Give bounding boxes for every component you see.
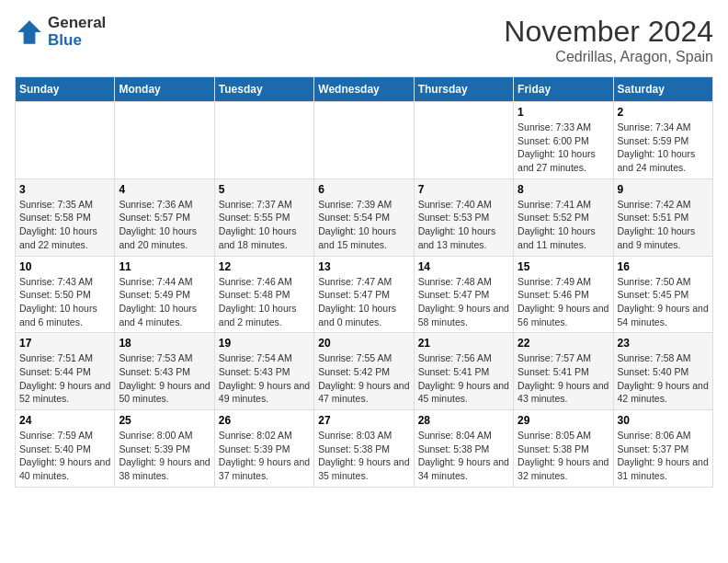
header-monday: Monday	[115, 77, 214, 102]
day-number: 21	[418, 337, 509, 350]
day-cell: 26Sunrise: 8:02 AMSunset: 5:39 PMDayligh…	[214, 410, 313, 488]
day-info: Sunrise: 8:06 AMSunset: 5:37 PMDaylight:…	[618, 429, 709, 483]
day-info: Sunrise: 7:53 AMSunset: 5:43 PMDaylight:…	[119, 351, 210, 406]
logo: General Blue	[15, 15, 106, 49]
day-info: Sunrise: 7:44 AMSunset: 5:49 PMDaylight:…	[119, 275, 210, 329]
logo-blue: Blue	[48, 32, 106, 50]
day-cell	[115, 102, 214, 179]
day-info: Sunrise: 8:05 AMSunset: 5:38 PMDaylight:…	[518, 429, 609, 483]
day-cell: 29Sunrise: 8:05 AMSunset: 5:38 PMDayligh…	[514, 410, 613, 488]
header-row: SundayMondayTuesdayWednesdayThursdayFrid…	[16, 77, 713, 102]
day-number: 9	[618, 183, 709, 196]
day-info: Sunrise: 7:35 AMSunset: 5:58 PMDaylight:…	[19, 198, 110, 252]
title-area: November 2024 Cedrillas, Aragon, Spain	[504, 15, 713, 65]
day-cell: 16Sunrise: 7:50 AMSunset: 5:45 PMDayligh…	[613, 256, 712, 333]
day-info: Sunrise: 7:37 AMSunset: 5:55 PMDaylight:…	[219, 198, 310, 252]
page-header: General Blue November 2024 Cedrillas, Ar…	[15, 15, 713, 65]
day-info: Sunrise: 7:50 AMSunset: 5:45 PMDaylight:…	[618, 275, 709, 329]
day-number: 5	[219, 183, 310, 196]
day-info: Sunrise: 8:03 AMSunset: 5:38 PMDaylight:…	[318, 429, 409, 483]
header-thursday: Thursday	[414, 77, 513, 102]
day-cell: 10Sunrise: 7:43 AMSunset: 5:50 PMDayligh…	[16, 256, 115, 333]
day-cell: 11Sunrise: 7:44 AMSunset: 5:49 PMDayligh…	[115, 256, 214, 333]
day-info: Sunrise: 7:36 AMSunset: 5:57 PMDaylight:…	[119, 198, 210, 252]
svg-marker-0	[17, 20, 41, 44]
week-row-3: 17Sunrise: 7:51 AMSunset: 5:44 PMDayligh…	[16, 333, 713, 410]
day-number: 7	[418, 183, 509, 196]
day-info: Sunrise: 8:04 AMSunset: 5:38 PMDaylight:…	[418, 429, 509, 483]
day-number: 26	[219, 414, 310, 427]
day-cell: 13Sunrise: 7:47 AMSunset: 5:47 PMDayligh…	[314, 256, 414, 333]
month-title: November 2024	[504, 15, 713, 49]
day-cell: 24Sunrise: 7:59 AMSunset: 5:40 PMDayligh…	[16, 410, 115, 488]
day-cell: 4Sunrise: 7:36 AMSunset: 5:57 PMDaylight…	[115, 178, 214, 256]
day-cell: 22Sunrise: 7:57 AMSunset: 5:41 PMDayligh…	[514, 333, 613, 410]
day-cell	[214, 102, 313, 179]
day-info: Sunrise: 7:46 AMSunset: 5:48 PMDaylight:…	[219, 275, 310, 329]
location: Cedrillas, Aragon, Spain	[504, 49, 713, 65]
day-number: 23	[618, 337, 709, 350]
day-number: 19	[219, 337, 310, 350]
calendar-header: SundayMondayTuesdayWednesdayThursdayFrid…	[16, 77, 713, 102]
day-number: 10	[19, 260, 110, 273]
day-cell: 15Sunrise: 7:49 AMSunset: 5:46 PMDayligh…	[514, 256, 613, 333]
day-number: 6	[318, 183, 409, 196]
day-cell: 25Sunrise: 8:00 AMSunset: 5:39 PMDayligh…	[115, 410, 214, 488]
day-cell	[314, 102, 414, 179]
day-number: 2	[618, 106, 709, 119]
day-cell: 21Sunrise: 7:56 AMSunset: 5:41 PMDayligh…	[414, 333, 513, 410]
day-number: 30	[618, 414, 709, 427]
day-cell: 18Sunrise: 7:53 AMSunset: 5:43 PMDayligh…	[115, 333, 214, 410]
week-row-1: 3Sunrise: 7:35 AMSunset: 5:58 PMDaylight…	[16, 178, 713, 256]
day-number: 14	[418, 260, 509, 273]
day-number: 1	[518, 106, 609, 119]
day-number: 3	[19, 183, 110, 196]
day-info: Sunrise: 7:34 AMSunset: 5:59 PMDaylight:…	[618, 121, 709, 175]
day-info: Sunrise: 7:54 AMSunset: 5:43 PMDaylight:…	[219, 351, 310, 406]
day-cell: 5Sunrise: 7:37 AMSunset: 5:55 PMDaylight…	[214, 178, 313, 256]
day-cell: 30Sunrise: 8:06 AMSunset: 5:37 PMDayligh…	[613, 410, 712, 488]
day-number: 13	[318, 260, 409, 273]
header-friday: Friday	[514, 77, 613, 102]
day-info: Sunrise: 7:33 AMSunset: 6:00 PMDaylight:…	[518, 121, 609, 175]
day-number: 22	[518, 337, 609, 350]
day-info: Sunrise: 7:47 AMSunset: 5:47 PMDaylight:…	[318, 275, 409, 329]
day-cell: 2Sunrise: 7:34 AMSunset: 5:59 PMDaylight…	[613, 102, 712, 179]
day-cell: 7Sunrise: 7:40 AMSunset: 5:53 PMDaylight…	[414, 178, 513, 256]
day-cell: 9Sunrise: 7:42 AMSunset: 5:51 PMDaylight…	[613, 178, 712, 256]
day-number: 15	[518, 260, 609, 273]
day-info: Sunrise: 8:02 AMSunset: 5:39 PMDaylight:…	[219, 429, 310, 483]
day-number: 20	[318, 337, 409, 350]
day-cell	[16, 102, 115, 179]
header-sunday: Sunday	[16, 77, 115, 102]
day-cell: 12Sunrise: 7:46 AMSunset: 5:48 PMDayligh…	[214, 256, 313, 333]
day-number: 29	[518, 414, 609, 427]
day-number: 8	[518, 183, 609, 196]
logo-text: General Blue	[48, 15, 106, 49]
week-row-0: 1Sunrise: 7:33 AMSunset: 6:00 PMDaylight…	[16, 102, 713, 179]
day-info: Sunrise: 7:43 AMSunset: 5:50 PMDaylight:…	[19, 275, 110, 329]
day-number: 25	[119, 414, 210, 427]
day-cell: 20Sunrise: 7:55 AMSunset: 5:42 PMDayligh…	[314, 333, 414, 410]
day-cell: 6Sunrise: 7:39 AMSunset: 5:54 PMDaylight…	[314, 178, 414, 256]
day-info: Sunrise: 7:40 AMSunset: 5:53 PMDaylight:…	[418, 198, 509, 252]
day-cell: 1Sunrise: 7:33 AMSunset: 6:00 PMDaylight…	[514, 102, 613, 179]
day-number: 4	[119, 183, 210, 196]
day-info: Sunrise: 7:49 AMSunset: 5:46 PMDaylight:…	[518, 275, 609, 329]
day-cell	[414, 102, 513, 179]
day-number: 24	[19, 414, 110, 427]
day-info: Sunrise: 7:42 AMSunset: 5:51 PMDaylight:…	[618, 198, 709, 252]
header-tuesday: Tuesday	[214, 77, 313, 102]
day-number: 18	[119, 337, 210, 350]
logo-icon	[15, 17, 44, 47]
day-info: Sunrise: 7:57 AMSunset: 5:41 PMDaylight:…	[518, 351, 609, 406]
day-cell: 17Sunrise: 7:51 AMSunset: 5:44 PMDayligh…	[16, 333, 115, 410]
logo-general: General	[48, 15, 106, 32]
header-wednesday: Wednesday	[314, 77, 414, 102]
day-number: 17	[19, 337, 110, 350]
day-number: 16	[618, 260, 709, 273]
day-cell: 28Sunrise: 8:04 AMSunset: 5:38 PMDayligh…	[414, 410, 513, 488]
day-number: 11	[119, 260, 210, 273]
day-info: Sunrise: 7:59 AMSunset: 5:40 PMDaylight:…	[19, 429, 110, 483]
day-number: 28	[418, 414, 509, 427]
